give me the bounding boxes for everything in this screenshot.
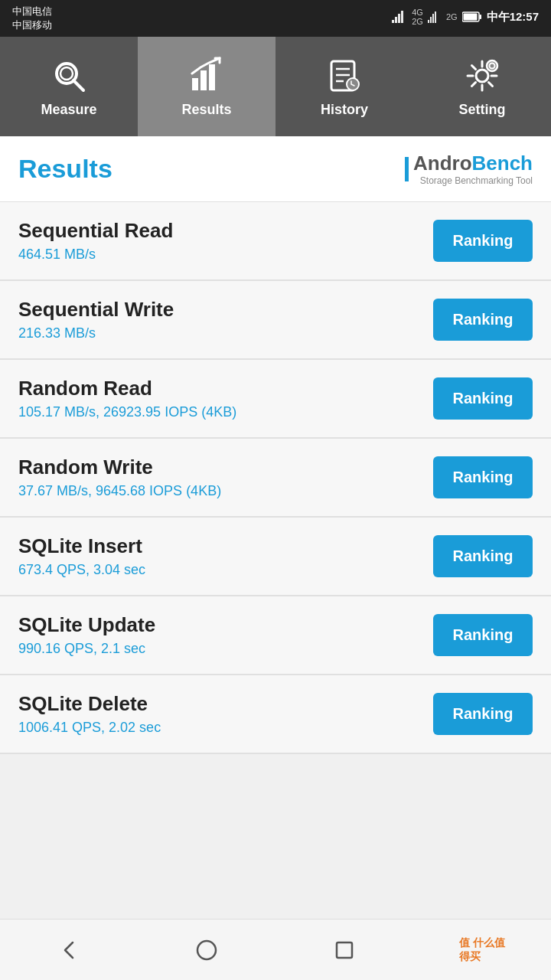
tab-measure-label: Measure — [41, 102, 96, 118]
svg-point-25 — [197, 941, 216, 959]
result-info-sqlite-insert: SQLite Insert 673.4 QPS, 3.04 sec — [18, 534, 145, 578]
result-name-random-read: Random Read — [18, 377, 236, 400]
result-value-sqlite-update: 990.16 QPS, 2.1 sec — [18, 641, 155, 657]
svg-rect-7 — [201, 70, 207, 90]
result-list: Sequential Read 464.51 MB/s Ranking Sequ… — [0, 202, 551, 754]
result-info-sqlite-update: SQLite Update 990.16 QPS, 2.1 sec — [18, 613, 155, 657]
ranking-btn-sequential-read[interactable]: Ranking — [433, 220, 533, 262]
recent-button[interactable] — [321, 935, 367, 965]
signal3-icon — [428, 11, 442, 23]
tab-setting[interactable]: Setting — [413, 37, 551, 136]
logo-text: 值 什么值得买 — [459, 936, 505, 964]
result-value-random-read: 105.17 MB/s, 26923.95 IOPS (4KB) — [18, 404, 236, 420]
result-info-random-read: Random Read 105.17 MB/s, 26923.95 IOPS (… — [18, 377, 236, 420]
result-value-sqlite-insert: 673.4 QPS, 3.04 sec — [18, 562, 145, 578]
tab-measure[interactable]: Measure — [0, 37, 138, 136]
result-name-sqlite-delete: SQLite Delete — [18, 692, 161, 716]
result-name-sequential-write: Sequential Write — [18, 298, 174, 322]
result-value-sequential-read: 464.51 MB/s — [18, 247, 173, 263]
result-row-sqlite-insert: SQLite Insert 673.4 QPS, 3.04 sec Rankin… — [0, 518, 551, 596]
setting-icon — [462, 56, 502, 96]
result-row-sequential-write: Sequential Write 216.33 MB/s Ranking — [0, 281, 551, 360]
result-row-sequential-read: Sequential Read 464.51 MB/s Ranking — [0, 202, 551, 281]
result-name-sqlite-update: SQLite Update — [18, 613, 155, 637]
signal4-icon: 2G — [446, 12, 458, 21]
time-display: 中午12:57 — [487, 10, 539, 24]
back-button[interactable] — [46, 935, 92, 965]
svg-point-14 — [476, 70, 488, 82]
svg-rect-1 — [479, 15, 481, 19]
brand-subtitle: Storage Benchmarking Tool — [413, 175, 533, 186]
signal-icon — [392, 11, 407, 23]
carrier1: 中国电信 — [12, 5, 52, 18]
result-info-random-write: Random Write 37.67 MB/s, 9645.68 IOPS (4… — [18, 456, 221, 499]
measure-icon — [49, 56, 89, 96]
carrier2: 中国移动 — [12, 18, 52, 32]
signal2-icon: 4G2G — [412, 8, 423, 26]
result-info-sequential-read: Sequential Read 464.51 MB/s — [18, 219, 173, 263]
result-info-sqlite-delete: SQLite Delete 1006.41 QPS, 2.02 sec — [18, 692, 161, 736]
tab-results-label: Results — [181, 102, 231, 118]
result-row-random-read: Random Read 105.17 MB/s, 26923.95 IOPS (… — [0, 360, 551, 439]
tab-setting-label: Setting — [459, 102, 506, 118]
svg-point-13 — [347, 78, 359, 90]
result-info-sequential-write: Sequential Write 216.33 MB/s — [18, 298, 174, 341]
result-value-sqlite-delete: 1006.41 QPS, 2.02 sec — [18, 720, 161, 736]
tab-results[interactable]: Results — [138, 37, 276, 136]
brand-name: AndroBench — [413, 152, 533, 175]
svg-line-22 — [472, 82, 476, 86]
results-page-title: Results — [18, 154, 112, 184]
svg-line-19 — [472, 65, 476, 69]
history-icon — [324, 56, 364, 96]
svg-rect-26 — [337, 942, 352, 958]
tab-history[interactable]: History — [276, 37, 413, 136]
home-button[interactable] — [184, 935, 230, 965]
result-name-sqlite-insert: SQLite Insert — [18, 534, 145, 558]
ranking-btn-sequential-write[interactable]: Ranking — [433, 299, 533, 341]
result-value-random-write: 37.67 MB/s, 9645.68 IOPS (4KB) — [18, 483, 221, 499]
battery-icon — [462, 11, 482, 22]
tab-history-label: History — [321, 102, 368, 118]
status-bar: 中国电信 中国移动 4G2G 2G 中午12:57 — [0, 0, 551, 37]
ranking-btn-sqlite-insert[interactable]: Ranking — [433, 535, 533, 577]
bottom-nav: 值 什么值得买 — [0, 919, 551, 980]
svg-rect-2 — [463, 14, 477, 21]
ranking-btn-sqlite-delete[interactable]: Ranking — [433, 693, 533, 735]
status-right: 4G2G 2G 中午12:57 — [392, 5, 539, 26]
svg-line-20 — [489, 82, 493, 86]
ranking-btn-random-read[interactable]: Ranking — [433, 377, 533, 420]
result-name-sequential-read: Sequential Read — [18, 219, 173, 243]
nav-tabs: Measure Results History — [0, 37, 551, 136]
svg-rect-8 — [209, 64, 215, 90]
svg-point-4 — [60, 67, 73, 80]
result-row-sqlite-delete: SQLite Delete 1006.41 QPS, 2.02 sec Rank… — [0, 675, 551, 754]
results-header: Results AndroBench Storage Benchmarking … — [0, 136, 551, 202]
svg-point-23 — [487, 60, 497, 71]
carrier-info: 中国电信 中国移动 — [12, 5, 52, 32]
results-icon — [187, 56, 227, 96]
result-row-sqlite-update: SQLite Update 990.16 QPS, 2.1 sec Rankin… — [0, 596, 551, 675]
brand-accent-bar — [405, 157, 409, 181]
result-row-random-write: Random Write 37.67 MB/s, 9645.68 IOPS (4… — [0, 439, 551, 518]
svg-line-5 — [73, 80, 83, 90]
ranking-btn-random-write[interactable]: Ranking — [433, 456, 533, 498]
ranking-btn-sqlite-update[interactable]: Ranking — [433, 614, 533, 656]
result-value-sequential-write: 216.33 MB/s — [18, 325, 174, 341]
brand-logo: AndroBench Storage Benchmarking Tool — [405, 152, 533, 186]
svg-rect-6 — [192, 78, 198, 90]
logo-button: 值 什么值得买 — [459, 935, 505, 965]
result-name-random-write: Random Write — [18, 456, 221, 479]
